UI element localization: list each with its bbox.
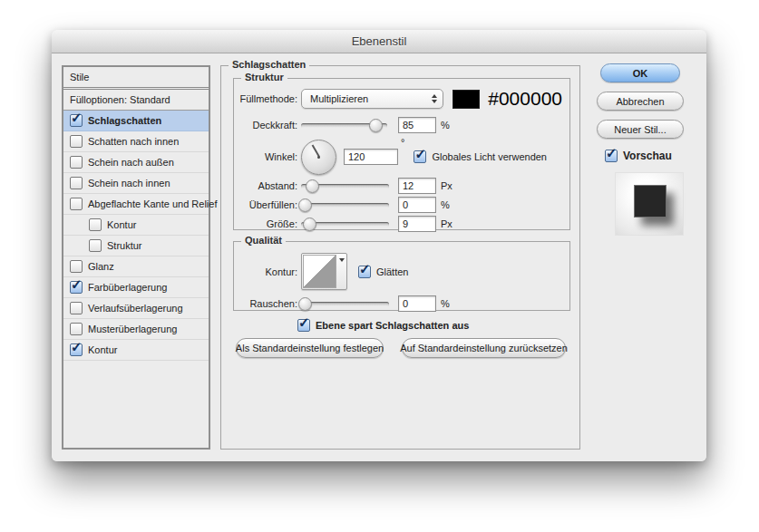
anti-alias-checkbox[interactable]	[358, 266, 371, 278]
opacity-unit: %	[441, 120, 450, 131]
global-light-label: Globales Licht verwenden	[432, 151, 547, 162]
checkbox-icon[interactable]	[70, 260, 83, 273]
opacity-field[interactable]: 85	[398, 117, 436, 133]
anti-alias-label: Glätten	[376, 266, 408, 277]
struktur-groupbox: Struktur Füllmethode: Multiplizieren #00…	[233, 78, 570, 230]
dialog-body: Stile Fülloptionen: Standard Schlagschat…	[52, 53, 706, 461]
opacity-slider[interactable]	[301, 119, 387, 131]
size-slider[interactable]	[301, 218, 389, 230]
slider-thumb[interactable]	[298, 198, 312, 212]
sidebar-item-label: Glanz	[88, 261, 114, 272]
noise-row: Rauschen: 0 %	[236, 294, 562, 313]
checkbox-icon[interactable]	[70, 343, 83, 356]
sidebar-item-glanz[interactable]: Glanz	[63, 256, 209, 277]
checkbox-icon[interactable]	[89, 239, 102, 252]
styles-header-label: Stile	[70, 72, 89, 82]
checkbox-icon[interactable]	[70, 177, 83, 189]
sidebar-item-schein-nach-innen[interactable]: Schein nach innen	[63, 173, 209, 194]
knockout-label: Ebene spart Schlagschatten aus	[316, 320, 469, 331]
angle-row: Winkel: 120 ° Globales Licht verwenden	[236, 138, 562, 176]
global-light-checkbox[interactable]	[414, 150, 426, 163]
sidebar-item-label: Farbüberlagerung	[88, 282, 167, 293]
slider-thumb[interactable]	[306, 179, 319, 193]
slider-track	[301, 302, 389, 306]
sidebar-item-label: Musterüberlagerung	[88, 324, 177, 334]
blend-mode-row: Füllmethode: Multiplizieren #000000	[236, 88, 562, 110]
sidebar-item-label: Verlaufsüberlagerung	[88, 303, 183, 314]
sidebar-item-farbüberlagerung[interactable]: Farbüberlagerung	[63, 277, 209, 298]
noise-unit: %	[441, 298, 450, 309]
angle-field[interactable]: 120	[344, 149, 398, 165]
ok-button[interactable]: OK	[600, 63, 680, 82]
sidebar-list: SchlagschattenSchatten nach innenSchein …	[63, 111, 209, 361]
sidebar-item-struktur[interactable]: Struktur	[63, 236, 209, 256]
cancel-button[interactable]: Abbrechen	[597, 92, 684, 111]
set-default-button[interactable]: Als Standardeinstellung festlegen	[236, 338, 384, 358]
checkbox-icon[interactable]	[70, 302, 83, 314]
contour-dropdown-arrow-icon[interactable]	[337, 254, 346, 289]
new-style-button[interactable]: Neuer Stil...	[597, 120, 684, 139]
knockout-checkbox[interactable]	[297, 319, 310, 332]
layer-style-dialog: Ebenenstil Stile Fülloptionen: Standard …	[52, 30, 706, 461]
sidebar-item-fulloptionen[interactable]: Fülloptionen: Standard	[63, 90, 209, 111]
preview-checkbox-row: Vorschau	[605, 150, 685, 162]
checkbox-icon[interactable]	[70, 198, 83, 210]
checkbox-icon[interactable]	[70, 135, 83, 148]
qualitaet-group-title: Qualität	[241, 235, 286, 246]
preview-checkbox[interactable]	[605, 150, 618, 162]
sidebar-item-schatten-nach-innen[interactable]: Schatten nach innen	[63, 131, 209, 152]
shadow-color-swatch[interactable]	[452, 90, 480, 109]
spread-label: Überfüllen:	[236, 199, 297, 210]
sidebar-item-label: Kontur	[88, 344, 117, 355]
slider-track	[301, 203, 389, 208]
spread-field[interactable]: 0	[398, 197, 436, 213]
schlagschatten-groupbox: Schlagschatten Struktur Füllmethode: Mul…	[220, 65, 580, 450]
checkbox-icon[interactable]	[89, 218, 102, 231]
checkbox-icon[interactable]	[70, 281, 83, 294]
checkbox-icon[interactable]	[70, 156, 83, 169]
angle-dial[interactable]	[301, 140, 336, 175]
noise-label: Rauschen:	[236, 298, 297, 309]
window-title: Ebenenstil	[352, 34, 407, 48]
checkbox-icon[interactable]	[70, 323, 83, 335]
sidebar-item-musterüberlagerung[interactable]: Musterüberlagerung	[63, 319, 209, 340]
reset-default-button[interactable]: Auf Standardeinstellung zurücksetzen	[402, 338, 566, 358]
noise-field[interactable]: 0	[398, 295, 436, 312]
spread-row: Überfüllen: 0 %	[236, 195, 562, 214]
spread-unit: %	[441, 199, 450, 210]
slider-thumb[interactable]	[369, 119, 383, 132]
styles-sidebar: Stile Fülloptionen: Standard Schlagschat…	[62, 65, 210, 450]
blend-mode-label: Füllmethode:	[236, 93, 297, 104]
distance-unit: Px	[441, 180, 452, 191]
sidebar-item-label: Schein nach innen	[88, 178, 170, 189]
distance-label: Abstand:	[236, 180, 297, 191]
opacity-label: Deckkraft:	[236, 120, 297, 131]
slider-thumb[interactable]	[303, 218, 316, 231]
schlagschatten-group-title: Schlagschatten	[229, 59, 309, 70]
slider-thumb[interactable]	[298, 297, 312, 311]
sidebar-item-schlagschatten[interactable]: Schlagschatten	[63, 111, 209, 131]
distance-slider[interactable]	[301, 179, 389, 192]
spread-slider[interactable]	[301, 198, 389, 211]
titlebar[interactable]: Ebenenstil	[52, 30, 706, 53]
preview-shadow-square	[634, 185, 667, 218]
knockout-row: Ebene spart Schlagschatten aus	[297, 319, 579, 332]
sidebar-item-label: Struktur	[107, 240, 142, 251]
sidebar-item-kontur[interactable]: Kontur	[63, 215, 209, 236]
sidebar-item-verlaufsüberlagerung[interactable]: Verlaufsüberlagerung	[63, 298, 209, 319]
sidebar-item-schein-nach-außen[interactable]: Schein nach außen	[63, 152, 209, 173]
styles-header: Stile	[63, 67, 209, 90]
sidebar-item-kontur[interactable]: Kontur	[63, 340, 209, 361]
size-field[interactable]: 9	[398, 216, 436, 232]
noise-slider[interactable]	[301, 297, 389, 310]
checkbox-icon[interactable]	[70, 114, 83, 127]
size-unit: Px	[441, 218, 452, 229]
stepper-icon	[432, 94, 437, 103]
contour-thumbnail[interactable]	[303, 255, 336, 288]
blend-mode-select[interactable]: Multiplizieren	[301, 89, 443, 109]
contour-picker[interactable]	[301, 253, 347, 290]
distance-field[interactable]: 12	[398, 178, 436, 194]
opacity-row: Deckkraft: 85 %	[236, 115, 562, 134]
sidebar-item-abgeflachte-kante-und-relief[interactable]: Abgeflachte Kante und Relief	[63, 194, 209, 215]
angle-unit: °	[401, 137, 404, 148]
